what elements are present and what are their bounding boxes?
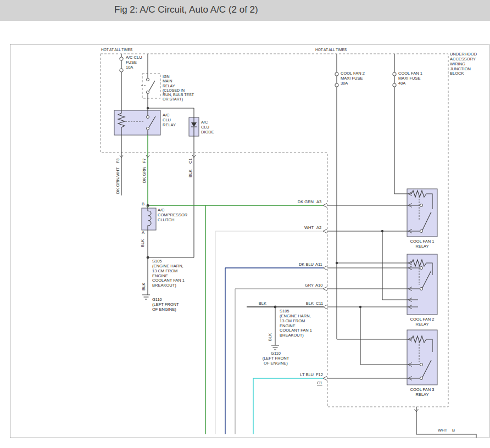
s105-right-label: S105 (ENGINE HARN, 13 CM FROM ENGINE COO…	[280, 309, 312, 338]
g110-right-label: G110 (LEFT FRONT OF ENGINE)	[255, 351, 297, 366]
cool-fan2-relay-label: COOL FAN 2 RELAY	[402, 317, 443, 327]
wire-blk-ground-right-label: BLK	[268, 333, 272, 341]
ign-main-relay-symbol	[141, 74, 155, 98]
compressor-clutch-label: A/C COMPRESSOR CLUTCH	[158, 208, 187, 223]
hot-at-all-times-left: HOT AT ALL TIMES	[101, 48, 132, 52]
g110-left-ground-icon	[142, 295, 150, 299]
cool-fan3-relay-label: COOL FAN 3 RELAY	[402, 388, 443, 397]
wire-wht-bottom-label: WHT	[438, 428, 447, 433]
cool-fan1-fuse-symbol	[393, 72, 396, 87]
component-boxes	[114, 110, 437, 385]
wire-wht-label: WHT	[292, 226, 314, 231]
wire-blk-ground-left-label: BLK	[141, 283, 146, 290]
ac-clu-diode-label: A/C CLU DIODE	[201, 120, 214, 135]
cool-fan1-fuse-label: COOL FAN 1 MAXI FUSE 40A	[398, 71, 422, 86]
terminal-b-label: B	[137, 202, 144, 207]
terminal-c1-top-label: C1	[188, 158, 193, 164]
terminal-f12-label: F12	[316, 373, 323, 378]
connector-c1-bottom-label: C1	[317, 381, 322, 386]
wire-dk-grn-vertical-label: DK GRN	[142, 167, 147, 183]
ac-clu-fuse-symbol	[120, 57, 123, 72]
cool-fan1-relay-label: COOL FAN 1 RELAY	[402, 239, 443, 249]
wire-blk-diode-label: BLK	[188, 170, 193, 177]
page: Fig 2: A/C Circuit, Auto A/C (2 of 2)	[0, 0, 490, 448]
g110-right-ground-icon	[271, 345, 279, 350]
junction-block-label: UNDERHOOD ACCESSORY WIRING JUNCTION BLOC…	[450, 52, 477, 76]
terminal-a10-label: A10	[315, 283, 322, 288]
cool-fan2-fuse-symbol	[335, 72, 338, 87]
s105-left-label: S105 (ENGINE HARN, 13 CM FROM ENGINE COO…	[152, 259, 185, 288]
cool-fan2-fuse-label: COOL FAN 2 MAXI FUSE 30A	[341, 71, 365, 86]
wiring-diagram-canvas: HOT AT ALL TIMES HOT AT ALL TIMES UNDERH…	[10, 44, 489, 438]
wire-dk-blu-label: DK BLU	[292, 262, 314, 267]
title-bar: Fig 2: A/C Circuit, Auto A/C (2 of 2)	[0, 0, 490, 21]
terminal-a-label: A	[137, 231, 144, 236]
g110-left-label: G110 (LEFT FRONT OF ENGINE)	[152, 298, 179, 312]
wire-lt-blu	[253, 378, 323, 434]
ac-clu-relay-label: A/C CLU RELAY	[163, 113, 176, 128]
terminal-b-bottom-label: B	[452, 428, 455, 433]
compressor-clutch-box	[142, 208, 156, 230]
terminal-f8-label: F8	[115, 158, 120, 163]
wire-blk-label: BLK	[292, 301, 314, 306]
hot-at-all-times-right: HOT AT ALL TIMES	[315, 48, 347, 52]
wire-lt-blu-label: LT BLU	[292, 373, 314, 378]
wire-dk-grn-wht-label: DK GRN/WHT	[115, 167, 120, 194]
terminal-c11-label: C11	[316, 301, 323, 306]
ign-main-relay-label: IGN MAIN RELAY (CLOSED IN RUN, BULB TEST…	[163, 75, 194, 102]
terminal-a2-label: A2	[316, 226, 321, 231]
ac-clu-fuse-label: A/C CLU FUSE 10A	[126, 55, 142, 70]
wire-gry-label: GRY	[292, 283, 314, 288]
wire-blk2-label: BLK	[244, 301, 266, 306]
wire-dk-grn-horizontal-label: DK GRN	[292, 200, 314, 205]
terminal-a11-label: A11	[315, 262, 322, 267]
figure-title: Fig 2: A/C Circuit, Auto A/C (2 of 2)	[114, 4, 258, 15]
wire-blk-clutch-label: BLK	[140, 239, 145, 247]
terminal-a3-label: A3	[316, 200, 321, 205]
terminal-f7-label: F7	[142, 158, 147, 163]
